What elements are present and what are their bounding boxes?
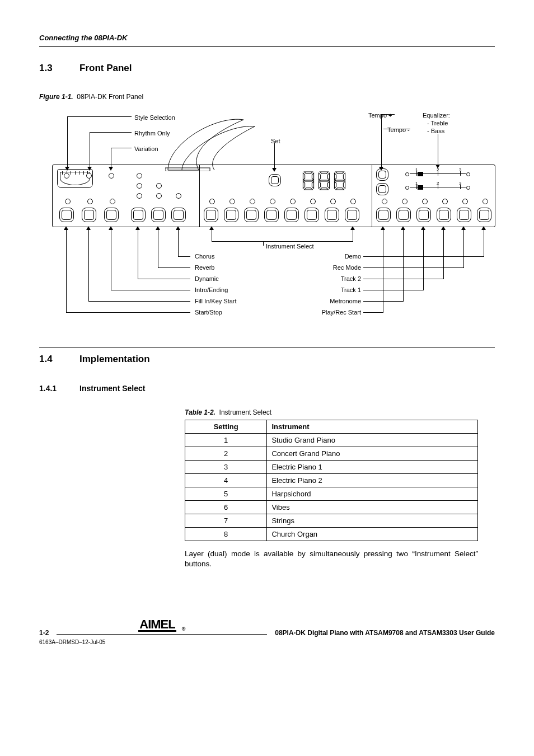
label-reverb: Reverb (195, 264, 214, 271)
cell-setting: 3 (185, 461, 267, 474)
label-variation: Variation (134, 145, 158, 153)
swoosh-icon (165, 110, 271, 171)
slider-treble[interactable]: 1 2 3 (405, 170, 470, 177)
button-dynamic[interactable] (131, 208, 146, 222)
slider-bass[interactable]: 1 2 3 (405, 183, 470, 191)
led (176, 193, 181, 199)
section-1-3-title: Front Panel (79, 63, 132, 74)
arrow-icon (481, 226, 486, 230)
button-instrument-6[interactable] (305, 208, 319, 222)
arrow-icon (156, 226, 160, 230)
button-track2[interactable] (437, 208, 451, 222)
led (65, 199, 71, 204)
arrow-icon (461, 226, 466, 230)
label-track2: Track 2 (336, 275, 361, 283)
led (64, 173, 69, 179)
cell-instrument: Electric Piano 1 (267, 461, 478, 474)
button-instrument-3[interactable] (244, 208, 259, 222)
button-instrument-8[interactable] (345, 208, 359, 222)
arrow-icon (441, 226, 446, 230)
doc-id: 6163A–DRMSD–12-Jul-05 (39, 639, 495, 645)
button-intro-ending[interactable] (104, 208, 119, 222)
figure-lead: Figure 1-1. (39, 93, 73, 101)
section-1-4-1-heading: 1.4.1 Instrument Select (39, 384, 495, 393)
cell-instrument: Harpsichord (267, 487, 478, 501)
label-fill-key: Fill In/Key Start (195, 298, 237, 305)
led (310, 199, 316, 204)
cell-instrument: Studio Grand Piano (267, 434, 478, 447)
button-instrument-7[interactable] (325, 208, 339, 222)
table-row: 1Studio Grand Piano (185, 434, 478, 447)
led (462, 199, 468, 204)
arrow-icon (109, 226, 113, 230)
running-head: Connecting the 08PIA-DK (39, 34, 495, 42)
label-start-stop: Start/Stop (195, 309, 222, 316)
logo: AIMEL (138, 619, 176, 632)
table-row: 8Church Organ (185, 528, 478, 541)
label-tempo-minus: Tempo - (387, 126, 410, 134)
layer-mode-paragraph: Layer (dual) mode is available by simult… (185, 549, 478, 569)
label-track1: Track 1 (336, 287, 361, 294)
arrow-icon (421, 226, 425, 230)
button-chorus[interactable] (171, 208, 186, 222)
button-start-stop[interactable] (59, 208, 74, 222)
arrow-icon (176, 226, 180, 230)
table-title: Instrument Select (219, 408, 271, 416)
button-tempo-plus[interactable] (376, 168, 388, 181)
arrow-icon (401, 226, 405, 230)
button-metronome[interactable] (396, 208, 411, 222)
table-row: 6Vibes (185, 501, 478, 514)
label-tempo-plus: Tempo + (368, 112, 392, 119)
figure-title: 08PIA-DK Front Panel (77, 93, 143, 101)
table-lead: Table 1-2. (185, 408, 216, 416)
arrow-icon (135, 226, 140, 230)
label-intro-ending: Intro/Ending (195, 287, 228, 294)
arrow-icon (209, 226, 214, 230)
front-panel-figure: Style Selection Rhythm Only Variation Se… (39, 104, 495, 325)
button-play-rec[interactable] (376, 208, 391, 222)
button-track1[interactable] (416, 208, 431, 222)
cell-setting: 4 (185, 474, 267, 487)
section-1-3-heading: 1.3 Front Panel (39, 63, 495, 74)
button-set[interactable] (269, 174, 281, 186)
button-fill-key[interactable] (82, 208, 96, 222)
label-chorus: Chorus (195, 253, 214, 260)
led (330, 199, 336, 204)
button-instrument-4[interactable] (264, 208, 279, 222)
col-setting: Setting (185, 420, 267, 434)
table-row: 7Strings (185, 514, 478, 528)
button-rec-mode[interactable] (457, 208, 471, 222)
table-row: 5Harpsichord (185, 487, 478, 501)
label-instrument-select: Instrument Select (266, 243, 314, 250)
label-set: Set (271, 138, 280, 145)
led (109, 173, 114, 179)
section-1-4-heading: 1.4 Implementation (39, 354, 495, 365)
figure-caption: Figure 1-1. 08PIA-DK Front Panel (39, 93, 495, 101)
instrument-select-table: Setting Instrument 1Studio Grand Piano2C… (185, 420, 478, 541)
arrow-icon (350, 226, 355, 230)
volume-dial[interactable] (57, 169, 93, 188)
button-demo[interactable] (477, 208, 491, 222)
section-1-3-number: 1.3 (39, 63, 79, 74)
label-demo: Demo (341, 253, 361, 260)
button-instrument-5[interactable] (284, 208, 299, 222)
button-tempo-minus[interactable] (376, 183, 388, 195)
page-number: 1-2 (39, 629, 49, 637)
label-equalizer: Equalizer: (423, 112, 450, 119)
label-metronome: Metronome (325, 298, 361, 305)
section-1-4-number: 1.4 (39, 354, 79, 365)
label-eq-treble: - Treble (427, 120, 448, 127)
led (137, 173, 142, 179)
label-eq-bass: - Bass (427, 128, 444, 135)
cell-instrument: Vibes (267, 501, 478, 514)
led (137, 183, 142, 189)
button-reverb[interactable] (151, 208, 166, 222)
button-instrument-1[interactable] (204, 208, 218, 222)
label-dynamic: Dynamic (195, 275, 219, 283)
led (110, 199, 115, 204)
led (442, 199, 448, 204)
arrow-icon (381, 226, 385, 230)
led (350, 199, 356, 204)
button-instrument-2[interactable] (224, 208, 238, 222)
label-rec-mode: Rec Mode (330, 264, 361, 271)
